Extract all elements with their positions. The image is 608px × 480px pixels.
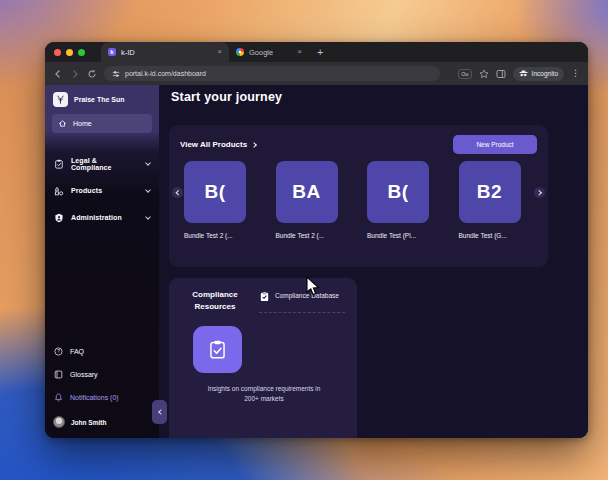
incognito-label: Incognito	[532, 70, 558, 77]
minimize-window-button[interactable]	[66, 49, 73, 56]
app-content: Praise The Sun Home Legal & Compliance P…	[45, 85, 588, 438]
browser-toolbar: portal.k-id.com/dashboard Ou Incognito ⋮	[45, 62, 588, 85]
sidebar-item-label: Glossary	[70, 371, 98, 378]
sidebar-item-label: Notifications (0)	[70, 394, 119, 401]
toolbar-right: Ou Incognito ⋮	[458, 67, 580, 81]
question-circle-icon: ?	[54, 347, 63, 356]
svg-text:?: ?	[57, 349, 60, 354]
tab-close-icon[interactable]: ×	[297, 48, 302, 56]
sidebar-user[interactable]: John Smith	[45, 409, 159, 435]
chevron-left-icon	[176, 190, 181, 195]
window-controls	[45, 49, 85, 62]
product-card[interactable]: BA Bundle Test 2 (...	[276, 161, 351, 239]
view-all-products-link[interactable]: View All Products	[180, 140, 256, 149]
sidebar-item-legal-compliance[interactable]: Legal & Compliance	[45, 150, 159, 177]
compliance-title: Compliance Resources	[181, 289, 249, 312]
forward-icon[interactable]	[70, 69, 80, 79]
sidebar-nav: Legal & Compliance Products Administrati…	[45, 150, 159, 231]
product-label: Bundle Test 2 (...	[184, 232, 259, 239]
sidebar-item-home[interactable]: Home	[52, 114, 152, 133]
compliance-panel: Compliance Resources Compliance Database…	[169, 278, 357, 438]
sidebar-item-label: Legal & Compliance	[71, 157, 139, 171]
address-bar[interactable]: portal.k-id.com/dashboard	[104, 66, 440, 81]
kid-favicon: k	[108, 48, 116, 56]
user-name: John Smith	[71, 419, 106, 426]
tab-kid[interactable]: k k-ID ×	[101, 42, 229, 62]
product-tile[interactable]: BA	[276, 161, 338, 223]
clipboard-check-icon	[54, 159, 64, 169]
close-window-button[interactable]	[54, 49, 61, 56]
refresh-icon[interactable]	[87, 69, 97, 79]
chevron-right-icon	[536, 190, 541, 195]
tab-strip: k k-ID × Google × +	[45, 42, 588, 62]
page-title: Start your journey	[171, 90, 282, 104]
compliance-caption: Insights on compliance requirements in 2…	[207, 384, 321, 405]
new-tab-button[interactable]: +	[317, 46, 323, 58]
carousel-next-button[interactable]	[534, 187, 545, 198]
brand: Praise The Sun	[45, 85, 159, 112]
site-info-icon[interactable]	[112, 70, 120, 78]
product-card[interactable]: B( Bundle Test 2 (...	[184, 161, 259, 239]
browser-window: k k-ID × Google × + portal.k-id.com/dash…	[45, 42, 588, 438]
sidebar-item-label: Administration	[71, 214, 122, 221]
back-icon[interactable]	[53, 69, 63, 79]
clipboard-check-icon	[207, 339, 228, 360]
avatar	[53, 416, 65, 428]
product-tile[interactable]: B(	[367, 161, 429, 223]
product-card[interactable]: B2 Bundle Test (G...	[459, 161, 534, 239]
product-tile[interactable]: B(	[184, 161, 246, 223]
view-all-products-label: View All Products	[180, 140, 247, 149]
sidebar-item-administration[interactable]: Administration	[45, 204, 159, 231]
chevron-down-icon	[145, 214, 151, 220]
compliance-header: Compliance Resources Compliance Database	[181, 289, 357, 313]
url-text: portal.k-id.com/dashboard	[125, 70, 206, 77]
sidebar-collapse-button[interactable]	[152, 400, 167, 424]
mouse-cursor	[305, 276, 322, 298]
google-favicon	[236, 48, 244, 56]
main-content: Start your journey View All Products New…	[159, 85, 588, 438]
tab-title: Google	[249, 48, 292, 57]
chevron-down-icon	[145, 160, 151, 166]
bookmark-star-icon[interactable]	[479, 69, 489, 79]
shield-user-icon	[54, 213, 64, 223]
products-panel: View All Products New Product B( Bundle …	[169, 125, 548, 267]
product-label: Bundle Test (Pl...	[367, 232, 442, 239]
brand-logo-icon	[53, 92, 68, 107]
tab-title: k-ID	[121, 48, 212, 57]
bell-icon	[54, 393, 63, 402]
tab-google[interactable]: Google ×	[229, 42, 309, 62]
tab-compliance-database[interactable]: Compliance Database	[259, 289, 345, 313]
tab-close-icon[interactable]: ×	[217, 48, 222, 56]
sidebar-item-faq[interactable]: ? FAQ	[45, 340, 159, 363]
sidebar-item-glossary[interactable]: Glossary	[45, 363, 159, 386]
browser-menu-icon[interactable]: ⋮	[571, 69, 580, 78]
sidebar-item-products[interactable]: Products	[45, 177, 159, 204]
incognito-badge: Incognito	[513, 67, 564, 81]
products-carousel: B( Bundle Test 2 (... BA Bundle Test 2 (…	[169, 161, 548, 239]
sidebar-item-label: FAQ	[70, 348, 84, 355]
compliance-database-card[interactable]	[193, 326, 242, 373]
fullscreen-window-button[interactable]	[78, 49, 85, 56]
side-panel-icon[interactable]	[496, 69, 506, 79]
extension-icon[interactable]: Ou	[458, 69, 471, 79]
product-tile[interactable]: B2	[459, 161, 521, 223]
book-icon	[54, 370, 63, 379]
incognito-icon	[519, 70, 528, 77]
sidebar-item-label: Products	[71, 187, 102, 194]
home-icon	[58, 119, 67, 128]
sidebar-item-label: Home	[73, 120, 92, 127]
sidebar-spacer	[45, 231, 159, 340]
shapes-icon	[54, 186, 64, 196]
chevron-right-icon	[251, 142, 257, 148]
brand-name: Praise The Sun	[74, 96, 125, 103]
product-label: Bundle Test (G...	[459, 232, 534, 239]
sidebar-item-notifications[interactable]: Notifications (0)	[45, 386, 159, 409]
chevron-down-icon	[145, 187, 151, 193]
carousel-prev-button[interactable]	[172, 187, 183, 198]
new-product-button[interactable]: New Product	[453, 135, 537, 154]
product-label: Bundle Test 2 (...	[276, 232, 351, 239]
product-card[interactable]: B( Bundle Test (Pl...	[367, 161, 442, 239]
chevron-left-icon	[158, 409, 164, 415]
sidebar: Praise The Sun Home Legal & Compliance P…	[45, 85, 159, 438]
clipboard-check-icon	[259, 291, 270, 302]
